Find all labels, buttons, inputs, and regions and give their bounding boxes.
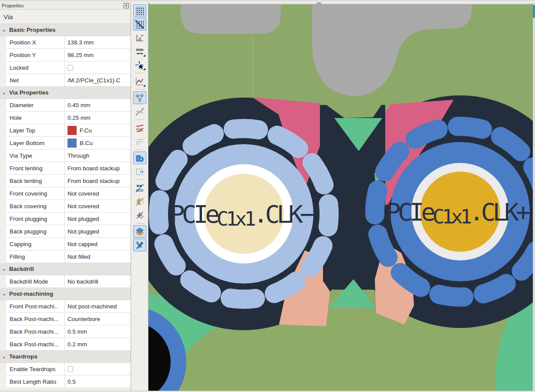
property-value-text: 0.5 bbox=[67, 378, 76, 385]
property-value[interactable]: /M.2/PCIe_{C1x1}.C bbox=[64, 74, 131, 86]
property-value-text: Not covered bbox=[67, 190, 99, 197]
property-value[interactable]: Not post-machined bbox=[64, 300, 131, 312]
property-value[interactable]: Through bbox=[64, 149, 131, 162]
layer-manager-button[interactable] bbox=[133, 225, 146, 238]
property-value[interactable]: 0.2 mm bbox=[64, 338, 131, 350]
property-row: Best Length Ratio0.5 bbox=[6, 375, 131, 388]
property-value-text: Not plugged bbox=[67, 228, 99, 235]
property-value[interactable]: Not covered bbox=[64, 200, 131, 212]
property-name: Via Type bbox=[6, 149, 64, 162]
property-value[interactable]: No backdrill bbox=[64, 275, 131, 287]
property-row: Position Y98.25 mm bbox=[6, 49, 131, 61]
preferences-button[interactable] bbox=[133, 239, 146, 251]
vertical-scrollbar[interactable] bbox=[533, 2, 535, 391]
gray-pad-blob-left[interactable] bbox=[181, 2, 281, 34]
property-value[interactable]: Not plugged bbox=[64, 225, 131, 237]
property-row: Diameter0.45 mm bbox=[6, 99, 131, 112]
property-value[interactable] bbox=[64, 363, 131, 375]
property-row: FillingNot filled bbox=[6, 250, 131, 263]
property-row: Hole0.25 mm bbox=[6, 112, 131, 124]
canvas-top-edge-right bbox=[321, 2, 533, 4]
property-value-text: Not post-machined bbox=[67, 303, 117, 310]
show-ratsnest-icon bbox=[135, 93, 145, 103]
grid-visibility-button[interactable] bbox=[133, 4, 146, 17]
property-name: Net bbox=[6, 74, 64, 86]
property-value[interactable] bbox=[64, 61, 131, 74]
property-name: Back tenting bbox=[6, 175, 64, 187]
sketch-footprints-icon bbox=[135, 183, 145, 193]
board-view[interactable]: PCIeC1x1.CLK− PCIeC1x1.CLK+ bbox=[148, 2, 533, 391]
property-name: Best Length Ratio bbox=[6, 375, 64, 388]
property-name: Front Post-machi.. bbox=[6, 300, 64, 312]
property-value[interactable]: Not filled bbox=[64, 250, 131, 263]
cursor-shape-button[interactable] bbox=[133, 58, 146, 71]
property-value-text: 98.25 mm bbox=[67, 52, 94, 58]
selected-object-type: Via bbox=[0, 10, 131, 24]
zone-display-outline-icon bbox=[135, 167, 145, 176]
ratsnest-line-mode-button[interactable] bbox=[133, 75, 146, 88]
property-value[interactable]: F.Cu bbox=[64, 124, 131, 136]
property-row: Enable Teardrops bbox=[6, 363, 131, 375]
show-ratsnest-button[interactable] bbox=[133, 91, 146, 104]
property-value[interactable]: 0.25 mm bbox=[64, 112, 131, 124]
property-name: Diameter bbox=[6, 99, 64, 111]
layer-color-swatch[interactable] bbox=[67, 139, 77, 148]
section-header-backdrill[interactable]: ⌄Backdrill bbox=[0, 263, 131, 275]
property-value-text: 138.3 mm bbox=[67, 39, 94, 46]
section-header-teardrops[interactable]: ⌄Teardrops bbox=[0, 351, 131, 363]
property-row: Via TypeThrough bbox=[6, 149, 131, 162]
property-value[interactable]: Not capped bbox=[64, 238, 131, 250]
property-value[interactable]: B.Cu bbox=[64, 137, 131, 149]
section-header-via-properties[interactable]: ⌄Via Properties bbox=[0, 87, 131, 99]
layer-color-swatch[interactable] bbox=[67, 126, 77, 135]
sketch-footprints-button[interactable] bbox=[133, 182, 146, 194]
toolbar-separator bbox=[135, 223, 145, 223]
sketch-tracks-icon bbox=[135, 123, 145, 133]
curved-ratsnest-button[interactable] bbox=[133, 105, 146, 118]
zone-display-filled-button[interactable] bbox=[133, 152, 146, 164]
polar-coordinates-button[interactable]: rθ bbox=[133, 31, 146, 44]
property-row: Front pluggingNot plugged bbox=[6, 213, 131, 225]
property-name: Front plugging bbox=[6, 213, 64, 225]
property-value-text: Not filled bbox=[67, 253, 91, 260]
grid-override-icon bbox=[135, 20, 144, 29]
panel-title: Properties bbox=[2, 3, 24, 8]
property-value[interactable]: From board stackup bbox=[64, 175, 131, 187]
property-name: Back plugging bbox=[6, 225, 64, 237]
pcb-canvas[interactable]: PCIeC1x1.CLK− PCIeC1x1.CLK+ bbox=[148, 2, 535, 391]
properties-panel: Properties ✕ Via ⌄Basic PropertiesPositi… bbox=[0, 2, 131, 391]
sketch-tracks-button[interactable] bbox=[133, 122, 146, 134]
via-display-button[interactable] bbox=[133, 209, 146, 221]
zone-display-outline-button[interactable] bbox=[133, 165, 146, 178]
pad-sketch-mode-button[interactable] bbox=[133, 195, 146, 208]
property-value-text: 0.5 mm bbox=[67, 328, 87, 335]
close-icon[interactable]: ✕ bbox=[124, 3, 129, 8]
property-value[interactable]: 0.5 bbox=[64, 375, 131, 388]
property-value[interactable]: 0.45 mm bbox=[64, 99, 131, 111]
panel-titlebar: Properties ✕ bbox=[0, 2, 131, 10]
section-header-post-machining[interactable]: ⌄Post-machining bbox=[0, 288, 131, 300]
property-value[interactable]: 138.3 mm bbox=[64, 36, 131, 48]
property-value[interactable]: Counterbore bbox=[64, 313, 131, 325]
polar-coordinates-icon: rθ bbox=[135, 33, 145, 43]
property-value-text: No backdrill bbox=[67, 278, 98, 285]
property-name: Front tenting bbox=[6, 162, 64, 174]
property-value[interactable]: Not covered bbox=[64, 187, 131, 199]
checkbox-unchecked[interactable] bbox=[67, 65, 73, 71]
section-header-basic-properties[interactable]: ⌄Basic Properties bbox=[0, 24, 131, 36]
property-sections: ⌄Basic PropertiesPosition X138.3 mmPosit… bbox=[0, 24, 131, 388]
property-value[interactable]: From board stackup bbox=[64, 162, 131, 174]
svg-text:mm: mm bbox=[136, 47, 143, 52]
property-value[interactable]: 0.5 mm bbox=[64, 325, 131, 338]
grid-override-button[interactable] bbox=[133, 18, 146, 30]
pad-display-button[interactable] bbox=[133, 135, 146, 148]
vertical-scrollbar-thumb[interactable] bbox=[533, 5, 535, 18]
property-row: Backdrill ModeNo backdrill bbox=[6, 275, 131, 288]
property-value[interactable]: 98.25 mm bbox=[64, 49, 131, 61]
toolbar-separator bbox=[135, 119, 145, 120]
preferences-icon bbox=[135, 240, 145, 250]
units-mm-button[interactable]: mm bbox=[133, 45, 146, 57]
checkbox-unchecked[interactable] bbox=[67, 366, 73, 372]
property-value[interactable]: Not plugged bbox=[64, 213, 131, 225]
property-name: Enable Teardrops bbox=[6, 363, 64, 375]
